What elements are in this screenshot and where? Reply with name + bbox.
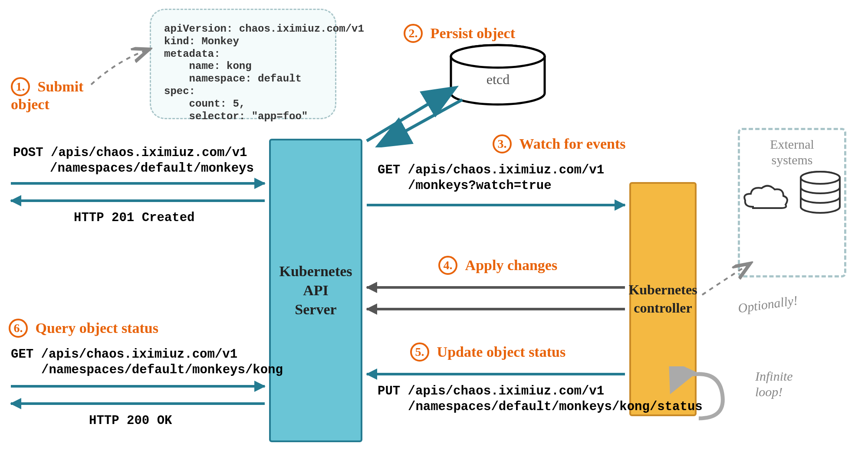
note-infinite: Infiniteloop! [755,368,793,400]
step-1: 1. Submitobject [11,77,83,113]
step-6: 6. Query object status [9,319,158,338]
get-watch-text: GET /apis/chaos.iximiuz.com/v1 /monkeys?… [378,163,604,194]
svg-line-6 [380,100,462,145]
step-2: 2. Persist object [404,24,515,43]
yaml-content: apiVersion: chaos.iximiuz.com/v1 kind: M… [164,23,322,123]
svg-line-5 [367,89,454,141]
step-badge-2: 2. [404,24,423,43]
infinite-loop-arrow [631,366,731,442]
get-status-text: GET /apis/chaos.iximiuz.com/v1 /namespac… [11,347,283,378]
api-server-box: KubernetesAPIServer [269,139,362,442]
arrow-apply-1 [367,286,625,289]
step-badge-1: 1. [11,77,30,96]
step-5: 5. Update object status [410,342,566,362]
external-systems-box: Externalsystems [738,128,846,277]
yaml-manifest-box: apiVersion: chaos.iximiuz.com/v1 kind: M… [150,9,336,119]
step-label-3: Watch for events [519,136,626,152]
arrow-watch [367,204,625,206]
arrow-post-resp [11,199,265,202]
resp-200: HTTP 200 OK [89,413,172,429]
step-3: 3. Watch for events [493,134,626,153]
step-badge-6: 6. [9,319,28,338]
external-label: Externalsystems [740,137,844,168]
step-badge-4: 4. [438,256,457,275]
svg-point-1 [451,45,545,68]
arrow-post-req [11,182,265,185]
pointer-arrow-external [699,258,755,299]
step-label-2: Persist object [431,25,515,41]
arrows-etcd [356,78,469,147]
database-icon [796,170,844,218]
step-4: 4. Apply changes [438,256,557,275]
pointer-arrow-yaml [87,43,156,91]
step-label-6: Query object status [36,320,158,336]
step-label-4: Apply changes [465,257,558,273]
arrow-apply-2 [367,308,625,310]
controller-label: Kubernetescontroller [628,281,697,317]
svg-point-3 [801,172,840,184]
post-request-text: POST /apis/chaos.iximiuz.com/v1 /namespa… [13,145,254,177]
api-server-label: KubernetesAPIServer [279,262,352,320]
resp-201: HTTP 201 Created [74,210,194,226]
cloud-icon [740,183,792,218]
arrow-put-status [367,373,625,375]
step-badge-3: 3. [493,134,512,153]
arrow-get-status-resp [11,402,265,405]
step-label-5: Update object status [437,344,566,360]
arrow-get-status-req [11,385,265,388]
step-badge-5: 5. [410,342,429,362]
